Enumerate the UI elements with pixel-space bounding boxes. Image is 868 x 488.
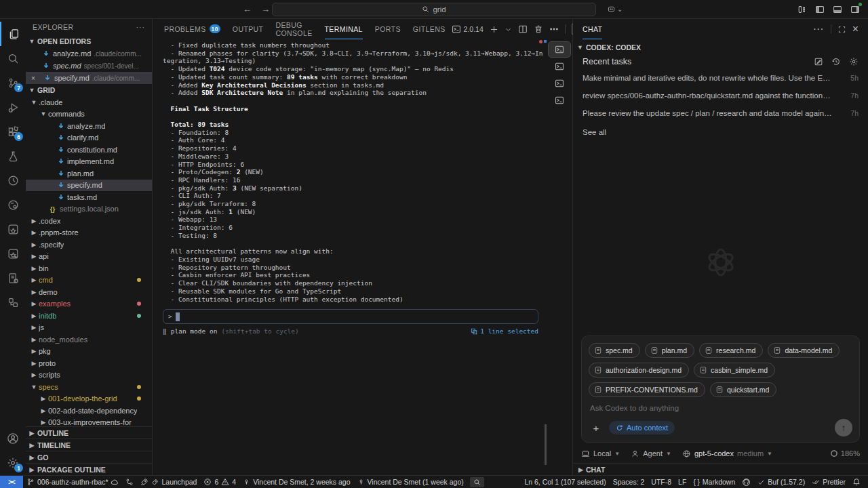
close-editor-icon[interactable]: ×: [31, 75, 41, 82]
history-icon[interactable]: [831, 57, 841, 66]
status-language-mode[interactable]: { }Markdown: [690, 476, 738, 488]
status-eol[interactable]: LF: [675, 476, 690, 488]
auto-context-toggle[interactable]: Auto context: [609, 421, 675, 434]
terminal-instance-2[interactable]: [549, 59, 570, 74]
tree-item-tasks.md[interactable]: tasks.md: [26, 191, 152, 203]
kill-terminal[interactable]: [534, 24, 543, 34]
tree-item-.specify[interactable]: ▶.specify: [26, 239, 152, 251]
workspace-header[interactable]: ▼ GRID: [26, 84, 152, 96]
tree-item-commands[interactable]: ▼commands: [26, 108, 152, 121]
tree-item-scripts[interactable]: ▶scripts: [26, 369, 152, 382]
tab-chat[interactable]: CHAT: [583, 19, 602, 39]
terminal-view[interactable]: - Fixed duplicate task numbers throughou…: [153, 39, 572, 475]
context-chip-PREFIX-CONVENTIONS.md[interactable]: PREFIX-CONVENTIONS.md: [589, 382, 705, 397]
tree-item-demo[interactable]: ▶demo: [26, 286, 152, 298]
tree-item-.claude[interactable]: ▼.claude: [26, 96, 152, 108]
recent-task-item[interactable]: review specs/006-authz-authn-rbac/quicks…: [573, 87, 868, 104]
tree-item-js[interactable]: ▶js: [26, 322, 152, 334]
activity-settings[interactable]: 1: [0, 451, 26, 475]
context-chip-authorization-design.md[interactable]: authorization-design.md: [589, 363, 689, 378]
nav-forward-icon[interactable]: →: [261, 4, 270, 14]
tree-item-cmd[interactable]: ▶cmd: [26, 274, 152, 287]
open-editors-header[interactable]: ▼ OPEN EDITORS: [26, 35, 152, 47]
panel-tab-terminal[interactable]: TERMINAL: [325, 19, 363, 39]
chat-collapsed-section[interactable]: ▶ CHAT: [573, 463, 868, 475]
tree-item-001-develop-the-grid[interactable]: ▶001-develop-the-grid: [26, 393, 152, 405]
panel-tab-debug-console[interactable]: DEBUG CONSOLE: [275, 19, 312, 39]
context-chip-spec.md[interactable]: spec.md: [589, 343, 640, 358]
panel-right-toggle[interactable]: [850, 5, 860, 14]
tree-item-plan.md[interactable]: plan.md: [26, 167, 152, 180]
tree-item-initdb[interactable]: ▶initdb: [26, 310, 152, 322]
activity-testing[interactable]: [0, 144, 26, 168]
send-button[interactable]: ↑: [835, 419, 852, 436]
terminal-instance-1[interactable]: [549, 42, 570, 57]
panel-left-toggle[interactable]: [815, 5, 825, 14]
panel-tab-gitlens[interactable]: GITLENS: [413, 19, 446, 39]
context-chip-data-model.md[interactable]: data-model.md: [768, 343, 840, 358]
tree-item-node_modules[interactable]: ▶node_modules: [26, 333, 152, 346]
status-gitlens-compare[interactable]: [122, 476, 137, 488]
tree-item-002-add-state-dependency[interactable]: ▶002-add-state-dependency: [26, 405, 152, 417]
activity-extensions[interactable]: 6: [0, 119, 26, 144]
activity-dependency-graph[interactable]: [0, 192, 26, 217]
tree-item-specify.md[interactable]: specify.md: [26, 180, 152, 192]
context-chip-plan.md[interactable]: plan.md: [645, 343, 694, 358]
status-prettier[interactable]: Prettier: [808, 476, 849, 488]
copilot-menu[interactable]: ⌄: [607, 5, 623, 14]
open-editor-specify.md[interactable]: ×specify.md.claude/comm...: [26, 72, 152, 84]
terminal-scrollbar[interactable]: [545, 424, 547, 465]
tree-item-clarify.md[interactable]: clarify.md: [26, 132, 152, 144]
status-remote[interactable]: ><: [0, 476, 23, 488]
activity-explorer[interactable]: [0, 22, 26, 46]
tree-item-api[interactable]: ▶api: [26, 251, 152, 263]
status-buf[interactable]: Buf (1.57.2): [754, 476, 808, 488]
status-problems-summary[interactable]: 64: [200, 476, 239, 488]
open-editor-analyze.md[interactable]: analyze.md.claude/comm...: [26, 47, 152, 60]
status-blame-author[interactable]: Vincent De Smet, 2 weeks ago: [239, 476, 353, 488]
section-timeline[interactable]: ▶TIMELINE: [26, 439, 152, 451]
context-chip-research.md[interactable]: research.md: [699, 343, 763, 358]
terminal-instance-3[interactable]: [549, 76, 570, 91]
section-package-outline[interactable]: ▶PACKAGE OUTLINE: [26, 463, 152, 475]
status-notifications[interactable]: [849, 476, 864, 488]
terminal-prompt-input[interactable]: >: [163, 309, 538, 324]
tree-item-analyze.md[interactable]: analyze.md: [26, 120, 152, 132]
terminal-instance-4[interactable]: [549, 93, 570, 108]
recent-task-item[interactable]: Make minimal and iterative edits, do not…: [573, 69, 868, 87]
tree-item-bin[interactable]: ▶bin: [26, 262, 152, 274]
panel-tab-ports[interactable]: PORTS: [375, 19, 401, 39]
environment-selector[interactable]: Local▼: [581, 449, 620, 458]
status-git-branch[interactable]: 006-authz-authn-rbac*: [23, 476, 122, 488]
activity-symbols[interactable]: [0, 290, 26, 314]
status-commit-author[interactable]: Vincent De Smet (1 week ago): [354, 476, 467, 488]
attach-button[interactable]: +: [589, 420, 604, 435]
tree-item-.pnpm-store[interactable]: ▶.pnpm-store: [26, 227, 152, 239]
activity-task-runner[interactable]: [0, 266, 26, 290]
section-go[interactable]: ▶GO: [26, 451, 152, 463]
tree-item-.codex[interactable]: ▶.codex: [26, 215, 152, 227]
activity-resource-monitor[interactable]: [0, 168, 26, 192]
status-github[interactable]: [738, 476, 754, 488]
activity-account[interactable]: [0, 426, 26, 451]
nav-back-icon[interactable]: ←: [243, 4, 252, 14]
panel-tab-problems[interactable]: PROBLEMS10: [164, 19, 220, 39]
explorer-more-icon[interactable]: ···: [136, 23, 146, 31]
tree-item-constitution.md[interactable]: constitution.md: [26, 144, 152, 156]
status-cursor-position[interactable]: Ln 6, Col 1 (107 selected): [521, 476, 609, 488]
tree-item-examples[interactable]: ▶examples: [26, 298, 152, 310]
tree-item-implement.md[interactable]: implement.md: [26, 156, 152, 168]
settings-icon[interactable]: [849, 57, 859, 66]
codex-section-header[interactable]: ▼ CODEX: CODEX: [573, 39, 868, 53]
status-search-status[interactable]: [470, 477, 484, 487]
open-editor-spec.md[interactable]: spec.mdspecs/001-devel...: [26, 60, 152, 72]
new-task-icon[interactable]: [814, 57, 823, 66]
activity-run-debug[interactable]: [0, 95, 26, 119]
status-indentation[interactable]: Spaces: 2: [610, 476, 648, 488]
panel-bottom-toggle[interactable]: [833, 5, 842, 14]
chat-input-placeholder[interactable]: Ask Codex to do anything: [590, 404, 852, 419]
new-terminal[interactable]: [490, 25, 498, 34]
chat-input-card[interactable]: spec.mdplan.mdresearch.mddata-model.mdau…: [581, 336, 860, 443]
tree-item-specs[interactable]: ▼specs: [26, 381, 152, 393]
tree-item-pkg[interactable]: ▶pkg: [26, 346, 152, 358]
